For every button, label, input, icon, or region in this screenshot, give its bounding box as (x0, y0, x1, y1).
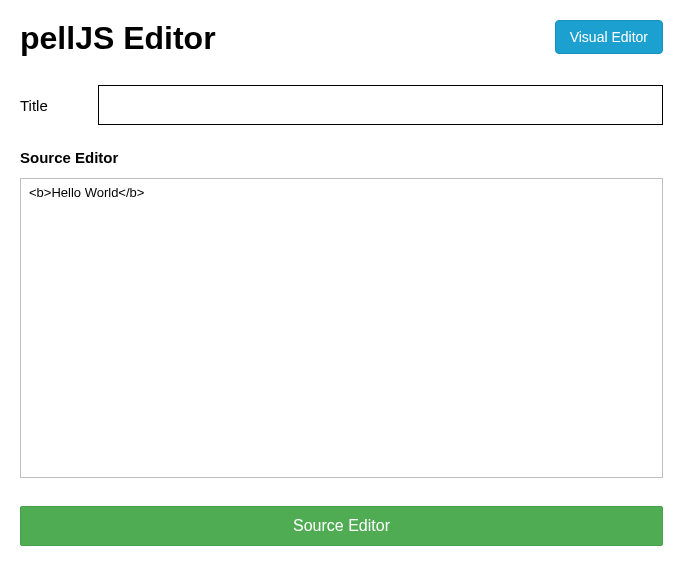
visual-editor-button[interactable]: Visual Editor (555, 20, 663, 54)
header-row: pellJS Editor Visual Editor (20, 20, 663, 57)
title-field-row: Title (20, 85, 663, 125)
title-input[interactable] (98, 85, 663, 125)
app-title: pellJS Editor (20, 20, 216, 57)
source-editor-textarea[interactable] (20, 178, 663, 478)
title-label: Title (20, 97, 98, 114)
source-editor-button[interactable]: Source Editor (20, 506, 663, 546)
source-editor-heading: Source Editor (20, 149, 663, 166)
